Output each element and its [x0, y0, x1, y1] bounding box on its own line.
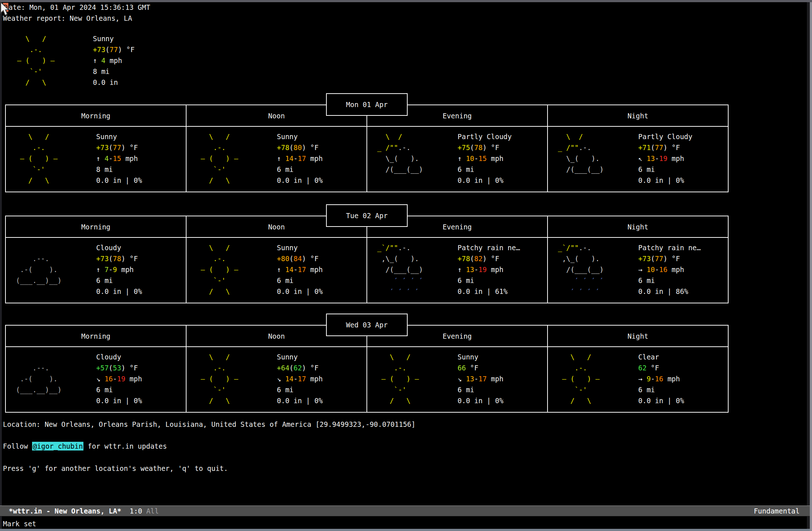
cloudy-icon: .--. .-( ). (___.__)__) — [12, 242, 62, 297]
cloudy-icon: .--. .-( ). (___.__)__) — [12, 351, 62, 406]
sunny-icon: \ / .-. ‒ ( ) ‒ `-' / \ — [554, 351, 600, 406]
date-text: ate: Mon, 01 Apr 2024 15:36:13 GMT — [8, 3, 150, 11]
emacs-minibuffer[interactable]: Mark set — [3, 518, 36, 529]
follow-suffix: for wttr.in updates — [83, 442, 167, 450]
forecast-details: Cloudy +73(78) °F ↑ 7-9 mph 6 mi 0.0 in … — [96, 242, 142, 297]
forecast-details: Patchy rain ne… +73(77) °F → 10-16 mph 6… — [638, 242, 701, 297]
follow-line: Follow @igor_chubin for wttr.in updates — [3, 441, 167, 452]
rain-icon: _`/"".-. ,\_( ). /(___(__) ′ ′ ′ ′ ′ ′ ′… — [373, 242, 423, 297]
forecast-row: .--. .-( ). (___.__)__) Cloudy +73(78) °… — [6, 238, 728, 303]
forecast-details: Sunny +73(77) °F ↑ 4-15 mph 8 mi 0.0 in … — [96, 131, 142, 186]
forecast-row: .--. .-( ). (___.__)__) Cloudy +57(53) °… — [6, 347, 728, 412]
rain-icon: _`/"".-. ,\_( ). /(___(__) ′ ′ ′ ′ ′ ′ ′… — [554, 242, 604, 297]
forecast-details: Sunny +80(84) °F ↑ 14-17 mph 6 mi 0.0 in… — [277, 242, 323, 297]
forecast-cell-night: _`/"".-. ,\_( ). /(___(__) ′ ′ ′ ′ ′ ′ ′… — [548, 238, 728, 303]
day-title-box: Mon 01 Apr — [326, 93, 408, 116]
forecast-table: Mon 01 AprMorningNoonEveningNight \ / .-… — [5, 105, 729, 192]
window-left-edge — [0, 2, 2, 531]
pcloudy-icon: \ / _ /"".-. \_( ). /(___(__) — [554, 131, 604, 186]
modeline-left: *wttr.in - New Orleans, LA* 1:0 All — [9, 507, 159, 515]
current-weather-details: Sunny +73(77) °F ↑ 4 mph 8 mi 0.0 in — [93, 33, 134, 88]
forecast-cell-noon: \ / .-. ‒ ( ) ‒ `-' / \ Sunny +78(80) °F… — [187, 127, 367, 192]
forecast-cell-evening: \ / .-. ‒ ( ) ‒ `-' / \ Sunny 66 °F ↘ 13… — [367, 347, 548, 412]
sunny-icon: \ / .-. ‒ ( ) ‒ `-' / \ — [192, 131, 238, 186]
sunny-icon: \ / .-. ‒ ( ) ‒ `-' / \ — [192, 351, 238, 406]
forecast-details: Clear 62 °F → 9-16 mph 6 mi 0.0 in | 0% — [638, 351, 684, 406]
forecast-details: Partly Cloudy +71(77) °F ↖ 13-19 mph 6 m… — [638, 131, 693, 186]
forecast-details: Sunny 66 °F ↘ 13-17 mph 6 mi 0.0 in | 0% — [458, 351, 503, 406]
sunny-icon: \ / .-. ‒ ( ) ‒ `-' / \ — [373, 351, 419, 406]
period-header-night: Night — [548, 105, 728, 126]
window-bottom-edge — [0, 529, 810, 531]
follow-prefix: Follow — [3, 442, 32, 450]
day-title-box: Wed 03 Apr — [326, 314, 408, 336]
forecast-table: Wed 03 AprMorningNoonEveningNight .--. .… — [5, 325, 729, 413]
forecast-details: Cloudy +57(53) °F ↘ 16-19 mph 6 mi 0.0 i… — [96, 351, 142, 406]
twitter-handle: @igor_chubin — [32, 442, 83, 451]
current-weather-icon: \ / .-. ‒ ( ) ‒ `-' / \ — [9, 33, 55, 88]
modeline-scroll-indicator: All — [146, 507, 159, 515]
forecast-cell-night: \ / .-. ‒ ( ) ‒ `-' / \ Clear 62 °F → 9-… — [548, 347, 728, 412]
forecast-cell-morning: \ / .-. ‒ ( ) ‒ `-' / \ Sunny +73(77) °F… — [6, 127, 187, 192]
forecast-cell-evening: _`/"".-. ,\_( ). /(___(__) ′ ′ ′ ′ ′ ′ ′… — [367, 238, 548, 303]
forecast-table: Tue 02 AprMorningNoonEveningNight .--. .… — [5, 216, 729, 303]
period-header-morning: Morning — [6, 216, 187, 237]
forecast-details: Sunny +64(62) °F ↘ 14-17 mph 6 mi 0.0 in… — [277, 351, 323, 406]
keybinding-hint-line: Press 'g' for another location's weather… — [3, 463, 228, 474]
sunny-icon: \ / .-. ‒ ( ) ‒ `-' / \ — [192, 242, 238, 297]
modeline-gap — [121, 507, 130, 515]
day-title-box: Tue 02 Apr — [326, 204, 408, 227]
location-line: Location: New Orleans, Orleans Parish, L… — [3, 419, 415, 430]
emacs-modeline: *wttr.in - New Orleans, LA* 1:0 All Fund… — [0, 506, 810, 516]
forecast-cell-noon: \ / .-. ‒ ( ) ‒ `-' / \ Sunny +80(84) °F… — [187, 238, 367, 303]
period-header-night: Night — [548, 216, 728, 237]
period-header-night: Night — [548, 326, 728, 346]
forecast-cell-morning: .--. .-( ). (___.__)__) Cloudy +57(53) °… — [6, 347, 187, 412]
period-header-morning: Morning — [6, 326, 187, 346]
forecast-details: Sunny +78(80) °F ↑ 14-17 mph 6 mi 0.0 in… — [277, 131, 323, 186]
forecast-details: Patchy rain ne… +78(82) °F ↑ 13-19 mph 6… — [458, 242, 520, 297]
forecast-row: \ / .-. ‒ ( ) ‒ `-' / \ Sunny +73(77) °F… — [6, 127, 728, 192]
date-line: Date: Mon, 01 Apr 2024 15:36:13 GMT — [3, 2, 150, 13]
mouse-pointer-icon — [0, 1, 11, 17]
pcloudy-icon: \ / _ /"".-. \_( ). /(___(__) — [373, 131, 423, 186]
forecast-details: Partly Cloudy +75(78) °F ↑ 10-15 mph 6 m… — [458, 131, 512, 186]
forecast-cell-morning: .--. .-( ). (___.__)__) Cloudy +73(78) °… — [6, 238, 187, 303]
modeline-cursor-position: 1:0 — [130, 507, 142, 515]
modeline-major-mode: Fundamental — [754, 507, 800, 515]
window-right-edge — [810, 2, 812, 531]
forecast-cell-noon: \ / .-. ‒ ( ) ‒ `-' / \ Sunny +64(62) °F… — [187, 347, 367, 412]
modeline-buffer-name: *wttr.in - New Orleans, LA* — [9, 507, 121, 515]
period-header-morning: Morning — [6, 105, 187, 126]
forecast-cell-evening: \ / _ /"".-. \_( ). /(___(__) Partly Clo… — [367, 127, 548, 192]
modeline-gap2 — [142, 507, 146, 515]
screen: { "palette": { "w": "#eeeeee", "y": "#e3… — [0, 0, 812, 531]
weather-report-title: Weather report: New Orleans, LA — [3, 13, 132, 24]
forecast-cell-night: \ / _ /"".-. \_( ). /(___(__) Partly Clo… — [548, 127, 728, 192]
scrollbar-track[interactable] — [807, 2, 810, 529]
sunny-icon: \ / .-. ‒ ( ) ‒ `-' / \ — [12, 131, 58, 186]
